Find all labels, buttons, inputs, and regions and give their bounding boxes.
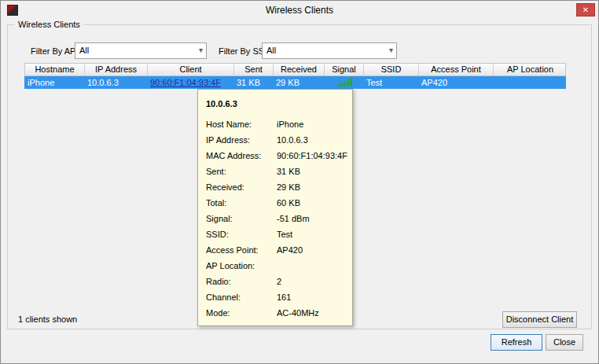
clients-shown-status: 1 clients shown xyxy=(18,314,77,324)
chevron-down-icon[interactable]: ▾ xyxy=(389,46,393,54)
close-icon[interactable]: ✕ xyxy=(576,3,595,17)
window-title: Wireless Clients xyxy=(1,5,598,16)
tooltip-row-received: Received:29 KB xyxy=(206,179,346,195)
wireless-clients-dialog: Wireless Clients ✕ Wireless Clients Filt… xyxy=(0,0,599,364)
filter-by-ap-label: Filter By AP xyxy=(31,46,75,57)
cell-ip: 10.0.6.3 xyxy=(84,76,147,89)
col-access-point[interactable]: Access Point xyxy=(419,64,494,75)
tooltip-row-signal: Signal:-51 dBm xyxy=(206,211,346,226)
tooltip-row-radio: Radio:2 xyxy=(206,274,346,289)
client-details-tooltip: 10.0.6.3 Host Name:iPhone IP Address:10.… xyxy=(197,89,353,326)
disconnect-client-button[interactable]: Disconnect Client xyxy=(502,311,577,328)
tooltip-row-sent: Sent:31 KB xyxy=(206,164,346,179)
groupbox-label: Wireless Clients xyxy=(15,20,83,29)
tooltip-row-ap-location: AP Location: xyxy=(206,258,346,274)
tooltip-title: 10.0.6.3 xyxy=(206,96,346,112)
table-header: Hostname IP Address Client Sent Received… xyxy=(24,63,566,76)
tooltip-row-access-point: Access Point:AP420 xyxy=(206,242,346,258)
chevron-down-icon[interactable]: ▾ xyxy=(199,46,203,54)
tooltip-row-mode: Mode:AC-40MHz xyxy=(206,305,346,321)
col-sent[interactable]: Sent xyxy=(234,64,274,75)
col-ip-address[interactable]: IP Address xyxy=(85,64,148,75)
col-signal[interactable]: Signal xyxy=(325,64,364,75)
tooltip-row-hostname: Host Name:iPhone xyxy=(206,116,346,132)
cell-hostname: iPhone xyxy=(24,76,84,89)
cell-ssid: Test xyxy=(363,76,418,89)
filter-by-ap-select[interactable]: All ▾ xyxy=(75,42,207,59)
cell-access-point: AP420 xyxy=(418,76,493,89)
filter-by-ap-value: All xyxy=(79,46,89,55)
tooltip-row-ssid: SSID:Test xyxy=(206,226,346,242)
col-ap-location[interactable]: AP Location xyxy=(494,64,567,75)
tooltip-row-ip: IP Address:10.0.6.3 xyxy=(206,132,346,148)
cell-received: 29 KB xyxy=(273,76,324,89)
titlebar[interactable]: Wireless Clients ✕ xyxy=(1,1,598,21)
col-ssid[interactable]: SSID xyxy=(364,64,419,75)
table-row[interactable]: iPhone 10.0.6.3 90:60:F1:04:93:4F 31 KB … xyxy=(24,76,566,89)
tooltip-row-channel: Channel:161 xyxy=(206,289,346,305)
col-hostname[interactable]: Hostname xyxy=(25,64,85,75)
cell-sent: 31 KB xyxy=(233,76,273,89)
refresh-button[interactable]: Refresh xyxy=(491,334,542,351)
cell-ap-location xyxy=(493,76,566,89)
tooltip-row-mac: MAC Address:90:60:F1:04:93:4F xyxy=(206,148,346,164)
col-received[interactable]: Received xyxy=(274,64,325,75)
filter-by-ssid-select[interactable]: All ▾ xyxy=(262,42,397,59)
signal-strength-icon xyxy=(324,76,363,89)
client-mac-link[interactable]: 90:60:F1:04:93:4F xyxy=(150,78,221,87)
col-client[interactable]: Client xyxy=(148,64,234,75)
close-button[interactable]: Close xyxy=(546,334,583,351)
filter-by-ssid-value: All xyxy=(266,46,276,55)
tooltip-row-total: Total:60 KB xyxy=(206,195,346,211)
